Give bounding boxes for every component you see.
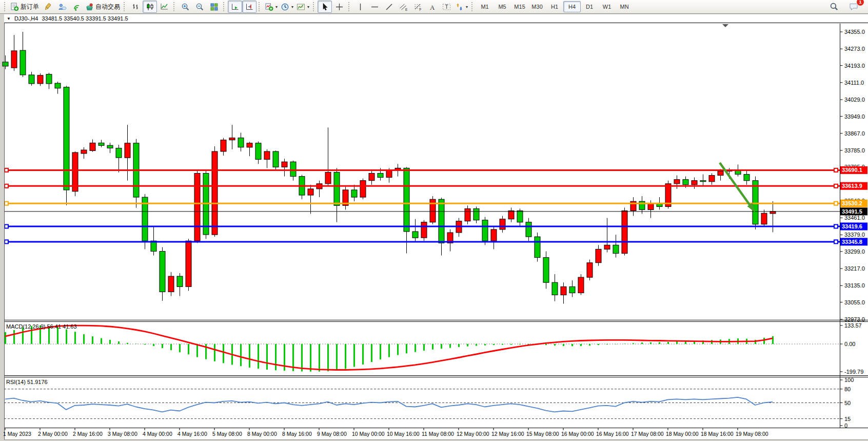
level-line-handle[interactable] bbox=[834, 168, 838, 172]
zoom-out-button[interactable] bbox=[192, 1, 207, 13]
tile-windows-button[interactable] bbox=[207, 1, 221, 13]
candle bbox=[491, 229, 497, 241]
svg-text:T: T bbox=[445, 4, 448, 10]
label-tool-button[interactable]: T bbox=[439, 1, 453, 13]
timeframe-h4-button[interactable]: H4 bbox=[563, 1, 581, 12]
toolbar-gripper[interactable] bbox=[4, 2, 7, 11]
svg-text:9 May 08:00: 9 May 08:00 bbox=[317, 431, 347, 437]
level-line-handle[interactable] bbox=[834, 225, 838, 228]
candle bbox=[508, 211, 514, 219]
arrows-tool-button[interactable]: ▾ bbox=[453, 1, 469, 13]
svg-text:33491.5: 33491.5 bbox=[842, 208, 862, 215]
svg-text:19 May 08:00: 19 May 08:00 bbox=[736, 431, 768, 437]
text-tool-icon: A bbox=[428, 3, 437, 11]
equidistant-channel-button[interactable]: E bbox=[396, 1, 410, 13]
autotrading-button[interactable]: 自动交易 bbox=[84, 1, 122, 13]
level-line-handle[interactable] bbox=[5, 168, 8, 172]
cloud-user-button[interactable] bbox=[55, 1, 69, 13]
candle bbox=[761, 213, 767, 224]
svg-text:E: E bbox=[405, 7, 408, 11]
level-line-handle[interactable] bbox=[834, 184, 838, 188]
bar-chart-button[interactable] bbox=[128, 1, 143, 13]
chart-dropdown-icon[interactable]: ▼ bbox=[7, 16, 11, 21]
cursor-button[interactable] bbox=[318, 1, 332, 13]
notifications-button[interactable]: 1 bbox=[846, 1, 861, 13]
line-chart-button[interactable] bbox=[157, 1, 171, 13]
auto-scroll-button[interactable] bbox=[228, 1, 242, 13]
zoom-in-button[interactable] bbox=[178, 1, 192, 13]
crosshair-button[interactable] bbox=[332, 1, 346, 13]
chart-shift-icon bbox=[245, 3, 254, 11]
zoom-out-icon bbox=[195, 3, 204, 11]
indicators-icon bbox=[265, 3, 273, 11]
indicators-dropdown-caret[interactable]: ▾ bbox=[275, 5, 278, 9]
periods-clock-button[interactable]: ▾ bbox=[279, 1, 295, 13]
svg-text:A: A bbox=[430, 3, 435, 11]
svg-text:0.00: 0.00 bbox=[844, 341, 855, 347]
toolbar-gripper[interactable] bbox=[173, 2, 176, 11]
periods-clock-icon bbox=[281, 3, 289, 11]
timeframe-h1-button[interactable]: H1 bbox=[546, 1, 563, 12]
timeframe-m1-button[interactable]: M1 bbox=[476, 1, 494, 12]
level-line-handle[interactable] bbox=[5, 240, 8, 243]
candle bbox=[98, 143, 104, 145]
timeframe-mn-button[interactable]: MN bbox=[616, 1, 633, 12]
candle bbox=[404, 168, 409, 232]
text-tool-button[interactable]: A bbox=[425, 1, 439, 13]
candle bbox=[221, 140, 226, 151]
bar-chart-icon bbox=[131, 3, 140, 11]
toolbar-gripper[interactable] bbox=[471, 2, 474, 11]
timeframe-m5-button[interactable]: M5 bbox=[494, 1, 511, 12]
svg-text:100: 100 bbox=[844, 377, 854, 383]
candle bbox=[578, 277, 584, 293]
candlestick-button[interactable] bbox=[143, 1, 157, 13]
timeframe-m15-button[interactable]: M15 bbox=[511, 1, 528, 12]
new-order-button[interactable]: 新订单 bbox=[9, 1, 41, 13]
toolbar-gripper[interactable] bbox=[348, 2, 351, 11]
candle bbox=[194, 174, 200, 241]
horizontal-line-button[interactable] bbox=[367, 1, 382, 13]
chart-title-bar[interactable]: ▼ DJ30-,H4 33481.5 33540.5 33391.5 33491… bbox=[4, 14, 868, 23]
chart-shift-button[interactable] bbox=[242, 1, 257, 13]
level-line-handle[interactable] bbox=[5, 202, 8, 205]
svg-text:5 May 08:00: 5 May 08:00 bbox=[212, 431, 242, 437]
cloud-user-icon bbox=[58, 3, 67, 11]
svg-text:-199.79: -199.79 bbox=[844, 369, 863, 375]
arrows-tool-dropdown-caret[interactable]: ▾ bbox=[466, 5, 468, 9]
level-line-handle[interactable] bbox=[834, 240, 838, 243]
timeframe-w1-button[interactable]: W1 bbox=[598, 1, 616, 12]
candle bbox=[683, 180, 688, 185]
svg-text:18 May 00:00: 18 May 00:00 bbox=[666, 431, 699, 437]
timeframe-d1-button[interactable]: D1 bbox=[581, 1, 598, 12]
indicators-button[interactable]: ▾ bbox=[263, 1, 279, 13]
crosshair-icon bbox=[335, 3, 344, 11]
candlestick-icon bbox=[146, 3, 154, 11]
toolbar-gripper[interactable] bbox=[223, 2, 226, 11]
vertical-line-button[interactable] bbox=[353, 1, 367, 13]
candle bbox=[596, 249, 601, 262]
svg-text:11 May 08:00: 11 May 08:00 bbox=[422, 431, 454, 437]
toolbar-gripper[interactable] bbox=[259, 2, 261, 11]
chart-canvas[interactable]: 34355.034273.034193.034111.034029.033949… bbox=[0, 0, 868, 441]
candle bbox=[229, 138, 235, 140]
search-button[interactable] bbox=[827, 1, 841, 13]
candle bbox=[639, 201, 645, 209]
crayon-button[interactable] bbox=[41, 1, 55, 13]
candle bbox=[770, 212, 776, 214]
candle bbox=[517, 211, 523, 222]
level-line-handle[interactable] bbox=[5, 184, 8, 188]
periods-clock-dropdown-caret[interactable]: ▾ bbox=[291, 5, 293, 9]
timeframe-m30-button[interactable]: M30 bbox=[528, 1, 546, 12]
templates-dropdown-caret[interactable]: ▾ bbox=[307, 5, 309, 9]
trendline-button[interactable] bbox=[382, 1, 396, 13]
search-icon bbox=[830, 2, 839, 11]
fibonacci-button[interactable]: F bbox=[410, 1, 425, 13]
templates-button[interactable]: ▾ bbox=[295, 1, 311, 13]
toolbar-gripper[interactable] bbox=[124, 2, 126, 11]
level-line-handle[interactable] bbox=[834, 202, 838, 205]
candle bbox=[37, 75, 43, 84]
svg-text:2 May 00:00: 2 May 00:00 bbox=[38, 431, 68, 437]
level-line-handle[interactable] bbox=[5, 225, 8, 228]
toolbar-gripper[interactable] bbox=[313, 2, 315, 11]
signal-button[interactable] bbox=[69, 1, 84, 13]
